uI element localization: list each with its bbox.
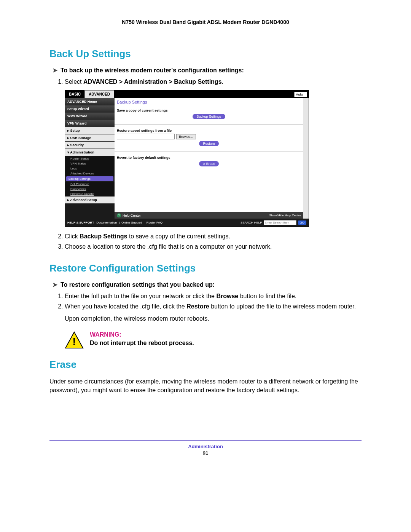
heading-erase: Erase [49, 359, 362, 371]
doc-header: N750 Wireless Dual Band Gigabit ADSL Mod… [49, 19, 362, 25]
section-revert: Revert to factory default settings Erase [115, 153, 303, 170]
backup-steps: Select ADVANCED > Administration > Backu… [65, 78, 362, 86]
restore-label: Restore saved settings from a file [117, 129, 301, 133]
hs-label: HELP & SUPPORT [67, 221, 94, 224]
sidebar-item-security[interactable]: ▸ Security [65, 142, 115, 149]
sidebar-item-setup-wizard[interactable]: Setup Wizard [65, 105, 115, 113]
sidebar-sub-backup[interactable]: Backup Settings [66, 176, 113, 181]
help-support-bar: HELP & SUPPORT Documentation| Online Sup… [65, 219, 309, 227]
backup-steps-cont: Click Backup Settings to save a copy of … [65, 232, 362, 251]
tab-advanced[interactable]: ADVANCED [84, 90, 114, 98]
backup-step-3: Choose a location to store the .cfg file… [65, 243, 362, 251]
sidebar-sub-attached[interactable]: Attached Devices [65, 171, 115, 176]
warning-block: ! WARNING: Do not interrupt the reboot p… [65, 331, 362, 349]
backup-step-1: Select ADVANCED > Administration > Backu… [65, 78, 362, 86]
search-go-button[interactable]: GO [298, 220, 306, 225]
tab-basic[interactable]: BASIC [65, 91, 84, 98]
restore-steps: Enter the full path to the file on your … [65, 292, 362, 311]
router-ui-screenshot: BASIC ADVANCED Auto ADVANCED Home Setup … [65, 90, 309, 227]
backup-step-2: Click Backup Settings to save a copy of … [65, 232, 362, 241]
backup-settings-button[interactable]: Backup Settings [193, 114, 225, 119]
help-center-bar[interactable]: ? Help Center Show/Hide Help Center [115, 212, 303, 219]
sidebar-sub-diag[interactable]: Diagnostics [65, 187, 115, 192]
warning-text: Do not interrupt the reboot process. [90, 340, 194, 347]
footer-page-number: 91 [49, 450, 362, 456]
restore-button[interactable]: Restore [199, 141, 219, 146]
restore-intro-text: To restore configuration settings that y… [61, 281, 215, 288]
erase-button[interactable]: Erase [199, 161, 219, 166]
search-help-label: SEARCH HELP [241, 221, 262, 224]
t: Click [65, 233, 80, 240]
browse-button[interactable]: Browse... [176, 134, 196, 139]
showhide-help-link[interactable]: Show/Hide Help Center [269, 214, 301, 217]
warning-label: WARNING: [90, 331, 194, 338]
erase-body: Under some circumstances (for example, m… [49, 377, 362, 395]
t: Browse [216, 293, 238, 299]
page-footer: Administration 91 [49, 440, 362, 456]
footer-section-label: Administration [49, 444, 362, 449]
help-icon: ? [117, 213, 121, 217]
heading-backup: Back Up Settings [49, 48, 362, 60]
sidebar-item-adv-setup[interactable]: ▸ Advanced Setup [65, 197, 115, 204]
save-label: Save a copy of current settings [117, 109, 301, 112]
t: ADVANCED > Administration > Backup Setti… [83, 78, 222, 85]
hs-doc-link[interactable]: Documentation [96, 221, 117, 224]
restore-step-1: Enter the full path to the file on your … [65, 292, 362, 300]
sidebar-sub-router-status[interactable]: Router Status [65, 156, 115, 161]
section-restore: Restore saved settings from a file Brows… [115, 126, 303, 150]
sidebar-item-setup[interactable]: ▸ Setup [65, 127, 115, 134]
sidebar: ADVANCED Home Setup Wizard WPS Wizard VP… [65, 98, 115, 219]
sidebar-sub-logs[interactable]: Logs [65, 166, 115, 171]
sidebar-item-vpn-wizard[interactable]: VPN Wizard [65, 120, 115, 127]
shot-body: ADVANCED Home Setup Wizard WPS Wizard VP… [65, 98, 309, 219]
t: to save a copy of the current settings. [127, 233, 230, 240]
t: . [222, 78, 223, 85]
sidebar-sub-setpw[interactable]: Set Password [65, 182, 115, 187]
t: Select [65, 78, 83, 85]
help-center-label: Help Center [123, 214, 141, 217]
backup-procedure-intro: ➤To back up the wireless modem router's … [53, 67, 362, 74]
hs-online-link[interactable]: Online Support [121, 221, 142, 224]
t: Restore [186, 303, 209, 310]
arrow-icon: ➤ [53, 67, 57, 73]
t: button to find the file. [238, 293, 296, 299]
sidebar-item-usb[interactable]: ▸ USB Storage [65, 134, 115, 142]
t: When you have located the .cfg file, cli… [65, 303, 186, 310]
sidebar-item-admin[interactable]: ▾ Administration [65, 149, 115, 156]
divider [115, 152, 303, 152]
content-title: Backup Settings [115, 98, 303, 106]
hs-faq-link[interactable]: Router FAQ [147, 221, 162, 224]
search-help-input[interactable] [264, 220, 296, 225]
section-save: Save a copy of current settings Backup S… [115, 106, 303, 123]
arrow-icon: ➤ [53, 281, 57, 288]
content-area: Backup Settings Save a copy of current s… [115, 98, 309, 219]
restore-procedure-intro: ➤To restore configuration settings that … [53, 281, 362, 288]
tab-bar: BASIC ADVANCED Auto [65, 90, 309, 98]
backup-intro-text: To back up the wireless modem router's c… [61, 67, 244, 73]
heading-restore: Restore Configuration Settings [49, 262, 362, 274]
revert-label: Revert to factory default settings [117, 156, 301, 160]
sidebar-item-wps-wizard[interactable]: WPS Wizard [65, 113, 115, 120]
sidebar-sub-fw[interactable]: Firmware Update [65, 192, 115, 197]
sidebar-sub-vpn-status[interactable]: VPN Status [65, 161, 115, 166]
restore-completion-para: Upon completion, the wireless modem rout… [65, 315, 362, 323]
t: button to upload the file to the wireles… [209, 303, 356, 310]
t: Enter the full path to the file on your … [65, 293, 216, 299]
warning-icon: ! [65, 331, 84, 349]
restore-step-2: When you have located the .cfg file, cli… [65, 302, 362, 311]
sidebar-item-adv-home[interactable]: ADVANCED Home [65, 98, 115, 105]
restore-file-input[interactable] [117, 134, 175, 139]
divider [115, 125, 303, 125]
language-select[interactable]: Auto [294, 92, 307, 97]
t: Backup Settings [80, 233, 127, 240]
svg-text:!: ! [72, 335, 76, 347]
